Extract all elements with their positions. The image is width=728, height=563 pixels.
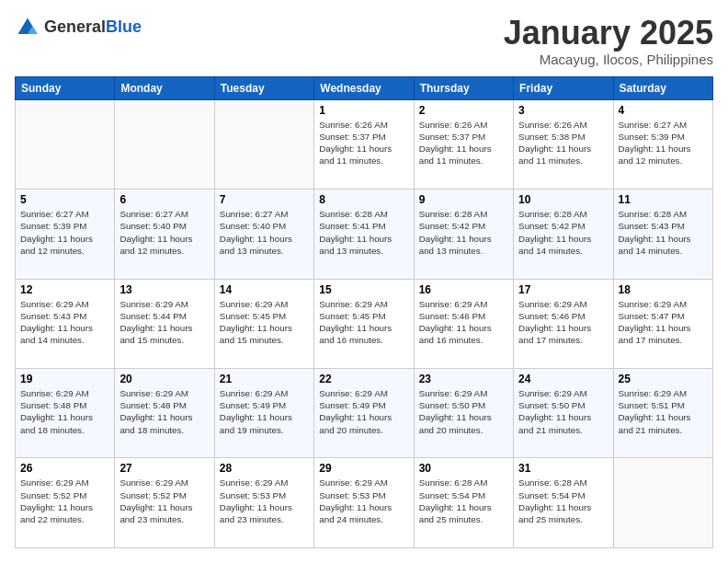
calendar-cell: 31Sunrise: 6:28 AMSunset: 5:54 PMDayligh… xyxy=(514,458,613,548)
calendar-cell: 16Sunrise: 6:29 AMSunset: 5:46 PMDayligh… xyxy=(414,279,513,368)
day-number: 9 xyxy=(419,193,508,206)
day-number: 2 xyxy=(419,104,508,117)
day-number: 1 xyxy=(319,104,408,117)
title-block: January 2025 Macayug, Ilocos, Philippine… xyxy=(504,15,713,67)
calendar-cell: 9Sunrise: 6:28 AMSunset: 5:42 PMDaylight… xyxy=(414,190,513,279)
calendar-cell: 27Sunrise: 6:29 AMSunset: 5:52 PMDayligh… xyxy=(115,458,214,548)
day-number: 3 xyxy=(518,104,608,117)
day-detail: Sunrise: 6:29 AMSunset: 5:47 PMDaylight:… xyxy=(619,298,708,347)
calendar-cell: 22Sunrise: 6:29 AMSunset: 5:49 PMDayligh… xyxy=(314,369,414,458)
day-number: 26 xyxy=(20,462,109,475)
day-detail: Sunrise: 6:28 AMSunset: 5:54 PMDaylight:… xyxy=(419,477,508,525)
day-detail: Sunrise: 6:28 AMSunset: 5:54 PMDaylight:… xyxy=(518,477,608,525)
month-title: January 2025 xyxy=(504,15,713,52)
calendar-cell: 13Sunrise: 6:29 AMSunset: 5:44 PMDayligh… xyxy=(115,279,214,368)
calendar-cell: 21Sunrise: 6:29 AMSunset: 5:49 PMDayligh… xyxy=(214,369,313,458)
calendar-cell xyxy=(613,458,712,548)
calendar-cell xyxy=(115,99,214,189)
day-number: 28 xyxy=(220,462,309,475)
day-number: 13 xyxy=(119,283,209,296)
day-number: 30 xyxy=(419,462,508,475)
day-detail: Sunrise: 6:29 AMSunset: 5:52 PMDaylight:… xyxy=(20,477,109,525)
day-detail: Sunrise: 6:29 AMSunset: 5:45 PMDaylight:… xyxy=(319,298,408,347)
day-number: 7 xyxy=(220,193,309,206)
calendar-cell: 7Sunrise: 6:27 AMSunset: 5:40 PMDaylight… xyxy=(214,190,313,279)
day-detail: Sunrise: 6:28 AMSunset: 5:42 PMDaylight:… xyxy=(419,208,508,257)
day-detail: Sunrise: 6:29 AMSunset: 5:43 PMDaylight:… xyxy=(20,298,109,347)
calendar-cell: 1Sunrise: 6:26 AMSunset: 5:37 PMDaylight… xyxy=(314,99,414,189)
calendar-cell: 15Sunrise: 6:29 AMSunset: 5:45 PMDayligh… xyxy=(314,279,414,368)
day-header-saturday: Saturday xyxy=(613,76,712,99)
calendar-cell: 5Sunrise: 6:27 AMSunset: 5:39 PMDaylight… xyxy=(16,190,115,279)
day-detail: Sunrise: 6:28 AMSunset: 5:41 PMDaylight:… xyxy=(319,208,408,257)
day-detail: Sunrise: 6:26 AMSunset: 5:38 PMDaylight:… xyxy=(518,119,608,167)
day-number: 11 xyxy=(619,193,708,206)
day-number: 21 xyxy=(220,373,309,385)
day-detail: Sunrise: 6:29 AMSunset: 5:53 PMDaylight:… xyxy=(220,477,309,525)
logo-icon xyxy=(15,15,40,40)
calendar-cell: 26Sunrise: 6:29 AMSunset: 5:52 PMDayligh… xyxy=(16,458,115,548)
day-number: 20 xyxy=(119,373,209,385)
page: GeneralBlue January 2025 Macayug, Ilocos… xyxy=(0,0,728,563)
calendar-cell: 29Sunrise: 6:29 AMSunset: 5:53 PMDayligh… xyxy=(314,458,414,548)
day-detail: Sunrise: 6:29 AMSunset: 5:45 PMDaylight:… xyxy=(220,298,309,347)
day-detail: Sunrise: 6:29 AMSunset: 5:46 PMDaylight:… xyxy=(518,298,608,347)
location: Macayug, Ilocos, Philippines xyxy=(504,52,713,67)
day-number: 5 xyxy=(20,193,109,206)
day-number: 29 xyxy=(319,462,408,475)
day-header-thursday: Thursday xyxy=(414,76,513,99)
day-detail: Sunrise: 6:29 AMSunset: 5:53 PMDaylight:… xyxy=(319,477,408,525)
calendar-cell: 20Sunrise: 6:29 AMSunset: 5:48 PMDayligh… xyxy=(115,369,214,458)
logo-blue: Blue xyxy=(106,17,142,36)
day-number: 15 xyxy=(319,283,408,296)
day-number: 6 xyxy=(119,193,209,206)
day-number: 14 xyxy=(220,283,309,296)
calendar-cell: 6Sunrise: 6:27 AMSunset: 5:40 PMDaylight… xyxy=(115,190,214,279)
day-number: 27 xyxy=(119,462,209,475)
calendar-cell: 25Sunrise: 6:29 AMSunset: 5:51 PMDayligh… xyxy=(613,369,712,458)
day-detail: Sunrise: 6:27 AMSunset: 5:39 PMDaylight:… xyxy=(619,119,708,167)
day-detail: Sunrise: 6:29 AMSunset: 5:50 PMDaylight:… xyxy=(419,387,508,436)
day-detail: Sunrise: 6:29 AMSunset: 5:49 PMDaylight:… xyxy=(220,387,309,436)
day-number: 10 xyxy=(518,193,608,206)
day-header-tuesday: Tuesday xyxy=(214,76,313,99)
calendar-table: SundayMondayTuesdayWednesdayThursdayFrid… xyxy=(15,76,713,548)
day-number: 25 xyxy=(619,373,708,385)
calendar-cell: 2Sunrise: 6:26 AMSunset: 5:37 PMDaylight… xyxy=(414,99,513,189)
calendar-cell: 8Sunrise: 6:28 AMSunset: 5:41 PMDaylight… xyxy=(314,190,414,279)
day-detail: Sunrise: 6:29 AMSunset: 5:48 PMDaylight:… xyxy=(20,387,109,436)
day-number: 17 xyxy=(518,283,608,296)
day-detail: Sunrise: 6:28 AMSunset: 5:43 PMDaylight:… xyxy=(619,208,708,257)
calendar-cell: 17Sunrise: 6:29 AMSunset: 5:46 PMDayligh… xyxy=(514,279,613,368)
day-number: 18 xyxy=(619,283,708,296)
day-detail: Sunrise: 6:27 AMSunset: 5:40 PMDaylight:… xyxy=(220,208,309,257)
day-number: 31 xyxy=(518,462,608,475)
day-header-wednesday: Wednesday xyxy=(314,76,414,99)
day-detail: Sunrise: 6:29 AMSunset: 5:49 PMDaylight:… xyxy=(319,387,408,436)
day-detail: Sunrise: 6:29 AMSunset: 5:46 PMDaylight:… xyxy=(419,298,508,347)
logo-general: General xyxy=(44,17,106,36)
calendar-cell: 19Sunrise: 6:29 AMSunset: 5:48 PMDayligh… xyxy=(16,369,115,458)
calendar-cell: 11Sunrise: 6:28 AMSunset: 5:43 PMDayligh… xyxy=(613,190,712,279)
day-number: 23 xyxy=(419,373,508,385)
day-number: 8 xyxy=(319,193,408,206)
day-number: 24 xyxy=(518,373,608,385)
calendar-cell: 12Sunrise: 6:29 AMSunset: 5:43 PMDayligh… xyxy=(16,279,115,368)
calendar-cell: 28Sunrise: 6:29 AMSunset: 5:53 PMDayligh… xyxy=(214,458,313,548)
day-header-sunday: Sunday xyxy=(16,76,115,99)
day-number: 16 xyxy=(419,283,508,296)
day-number: 4 xyxy=(619,104,708,117)
day-detail: Sunrise: 6:29 AMSunset: 5:44 PMDaylight:… xyxy=(119,298,209,347)
day-number: 19 xyxy=(20,373,109,385)
day-detail: Sunrise: 6:29 AMSunset: 5:48 PMDaylight:… xyxy=(119,387,209,436)
calendar-cell: 24Sunrise: 6:29 AMSunset: 5:50 PMDayligh… xyxy=(514,369,613,458)
day-detail: Sunrise: 6:28 AMSunset: 5:42 PMDaylight:… xyxy=(518,208,608,257)
calendar-cell xyxy=(16,99,115,189)
day-detail: Sunrise: 6:27 AMSunset: 5:39 PMDaylight:… xyxy=(20,208,109,257)
calendar-cell: 4Sunrise: 6:27 AMSunset: 5:39 PMDaylight… xyxy=(613,99,712,189)
header: GeneralBlue January 2025 Macayug, Ilocos… xyxy=(15,15,713,67)
day-detail: Sunrise: 6:29 AMSunset: 5:52 PMDaylight:… xyxy=(119,477,209,525)
logo: GeneralBlue xyxy=(15,15,142,40)
calendar-cell: 18Sunrise: 6:29 AMSunset: 5:47 PMDayligh… xyxy=(613,279,712,368)
day-detail: Sunrise: 6:27 AMSunset: 5:40 PMDaylight:… xyxy=(119,208,209,257)
